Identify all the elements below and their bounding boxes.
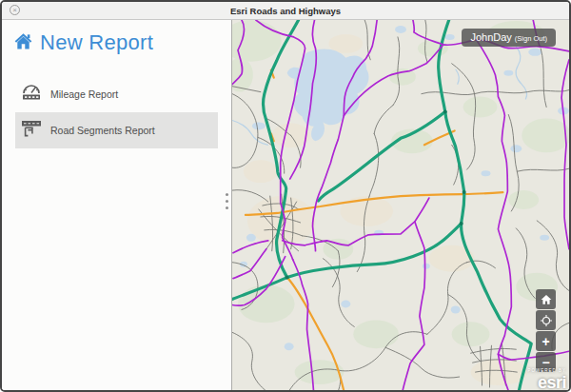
zoom-in-button[interactable]: + [536,331,556,351]
list-item-mileage-report[interactable]: Mileage Report [15,76,218,112]
locate-icon [540,314,553,327]
home-icon [541,294,552,305]
map-viewport[interactable]: JohnDay(Sign Out) + − [231,20,569,391]
locate-button[interactable] [536,310,556,330]
esri-logo: POWERED BY esri [527,369,566,392]
report-list: Mileage Report [2,76,231,148]
panel-collapse-handle[interactable] [224,191,230,211]
report-panel: New Report [2,20,231,391]
list-item-label: Road Segments Report [50,125,155,136]
mileage-gauge-icon [21,83,42,106]
sign-out-link[interactable]: (Sign Out) [515,34,547,43]
title-bar: × Esri Roads and Highways [2,2,569,20]
page-title: New Report [40,30,153,55]
panel-header: New Report [2,20,231,55]
map-controls: + − [536,289,556,372]
basemap-roads [232,20,569,391]
home-extent-button[interactable] [536,289,556,309]
esri-brand-text: esri [538,373,566,391]
road-segments-icon [21,119,42,142]
list-item-road-segments-report[interactable]: Road Segments Report [15,112,218,148]
close-icon[interactable]: × [10,5,20,15]
app-window: × Esri Roads and Highways New Report [0,0,571,392]
home-icon [13,31,33,55]
window-title: Esri Roads and Highways [2,6,569,16]
list-item-label: Mileage Report [50,88,118,100]
user-name: JohnDay [470,31,511,43]
user-button[interactable]: JohnDay(Sign Out) [462,29,556,47]
